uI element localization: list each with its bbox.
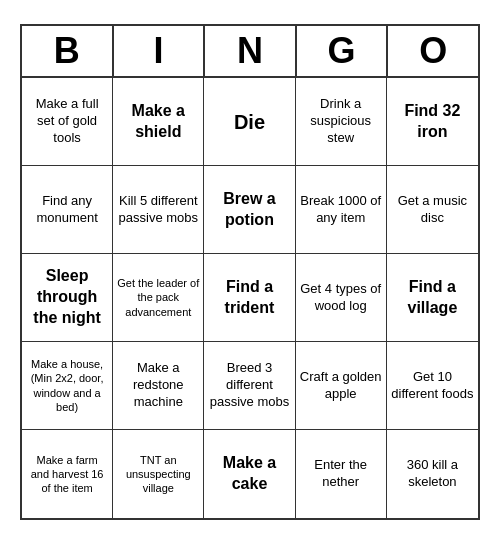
bingo-cell-8: Break 1000 of any item — [296, 166, 387, 254]
bingo-cell-13: Get 4 types of wood log — [296, 254, 387, 342]
header-letter-I: I — [114, 26, 206, 76]
bingo-cell-4: Find 32 iron — [387, 78, 478, 166]
bingo-cell-1: Make a shield — [113, 78, 204, 166]
bingo-cell-7: Brew a potion — [204, 166, 295, 254]
bingo-cell-6: Kill 5 different passive mobs — [113, 166, 204, 254]
bingo-cell-0: Make a full set of gold tools — [22, 78, 113, 166]
bingo-grid: Make a full set of gold toolsMake a shie… — [22, 78, 478, 518]
bingo-cell-21: TNT an unsuspecting village — [113, 430, 204, 518]
bingo-cell-12: Find a trident — [204, 254, 295, 342]
bingo-cell-15: Make a house, (Min 2x2, door, window and… — [22, 342, 113, 430]
bingo-cell-11: Get the leader of the pack advancement — [113, 254, 204, 342]
bingo-cell-22: Make a cake — [204, 430, 295, 518]
bingo-cell-18: Craft a golden apple — [296, 342, 387, 430]
bingo-cell-14: Find a village — [387, 254, 478, 342]
bingo-cell-20: Make a farm and harvest 16 of the item — [22, 430, 113, 518]
bingo-card: BINGO Make a full set of gold toolsMake … — [20, 24, 480, 520]
bingo-cell-24: 360 kill a skeleton — [387, 430, 478, 518]
header-letter-N: N — [205, 26, 297, 76]
bingo-cell-17: Breed 3 different passive mobs — [204, 342, 295, 430]
bingo-cell-3: Drink a suspicious stew — [296, 78, 387, 166]
bingo-cell-23: Enter the nether — [296, 430, 387, 518]
header-letter-B: B — [22, 26, 114, 76]
bingo-cell-5: Find any monument — [22, 166, 113, 254]
bingo-cell-2: Die — [204, 78, 295, 166]
bingo-cell-10: Sleep through the night — [22, 254, 113, 342]
header-letter-G: G — [297, 26, 389, 76]
bingo-cell-16: Make a redstone machine — [113, 342, 204, 430]
bingo-cell-19: Get 10 different foods — [387, 342, 478, 430]
bingo-header: BINGO — [22, 26, 478, 78]
bingo-cell-9: Get a music disc — [387, 166, 478, 254]
header-letter-O: O — [388, 26, 478, 76]
